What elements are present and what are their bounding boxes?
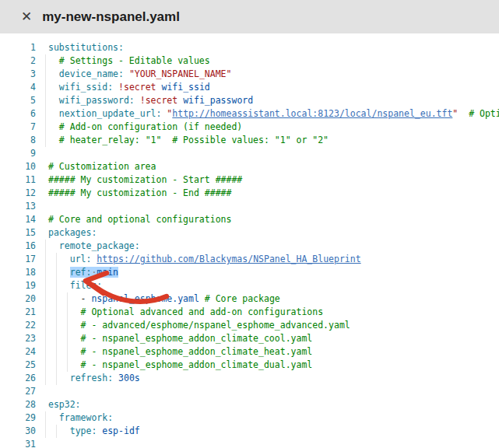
line-number: 10 bbox=[0, 160, 36, 173]
indent-guide bbox=[45, 107, 46, 121]
code-line: 28esp32: bbox=[0, 398, 499, 411]
code-line: 2 # Settings - Editable values bbox=[0, 54, 499, 68]
code-text[interactable]: refresh: 300s bbox=[48, 372, 140, 385]
code-token bbox=[48, 280, 70, 291]
code-token bbox=[458, 108, 469, 119]
code-line: 11##### My customization - Start ##### bbox=[0, 173, 499, 187]
line-number: 11 bbox=[0, 173, 36, 187]
code-line: 12##### My customization - End ##### bbox=[0, 187, 499, 200]
line-number: 20 bbox=[0, 292, 36, 306]
line-number: 26 bbox=[0, 372, 36, 385]
code-token bbox=[48, 373, 70, 383]
code-token: remote_package: bbox=[59, 240, 140, 251]
code-text[interactable]: esp32: bbox=[48, 398, 81, 411]
code-token bbox=[48, 412, 59, 423]
code-token bbox=[48, 320, 81, 331]
code-token bbox=[48, 240, 59, 251]
line-number: 8 bbox=[0, 134, 36, 147]
selected-text: main bbox=[97, 267, 118, 278]
code-text[interactable]: wifi_ssid: !secret wifi_ssid bbox=[48, 81, 210, 94]
code-token: !secret bbox=[140, 95, 177, 106]
code-line: 24 # - nspanel_esphome_addon_climate_hea… bbox=[0, 345, 499, 359]
line-number: 7 bbox=[0, 121, 36, 134]
code-token: nextion_update_url: bbox=[59, 108, 162, 119]
indent-guide bbox=[45, 134, 46, 147]
code-token: # - nspanel_esphome_addon_climate_cool.y… bbox=[81, 333, 313, 344]
code-text[interactable]: # heater_relay: "1" # Possible values: "… bbox=[48, 134, 329, 147]
code-token bbox=[48, 333, 81, 344]
code-token: # Settings - Editable values bbox=[59, 55, 210, 66]
line-number: 29 bbox=[0, 411, 36, 425]
title-bar: ✕ my-new-nspanel.yaml bbox=[0, 0, 499, 33]
code-line: 20 - nspanel_esphome.yaml # Core package bbox=[0, 292, 499, 306]
line-number: 25 bbox=[0, 359, 36, 372]
code-line: 14# Core and optional configurations bbox=[0, 213, 499, 226]
code-line: 26 refresh: 300s bbox=[0, 372, 499, 385]
indent-guide bbox=[45, 345, 46, 359]
code-text[interactable]: url: https://github.com/Blackymas/NSPane… bbox=[48, 253, 361, 266]
code-token: # Optional advanced and add-on configura… bbox=[81, 306, 324, 317]
code-token: # - nspanel_esphome_addon_climate_dual.y… bbox=[81, 359, 313, 370]
code-line: 31 bbox=[0, 438, 499, 448]
code-text[interactable]: # Add-on configuration (if needed) bbox=[48, 121, 242, 134]
code-text[interactable]: remote_package: bbox=[48, 240, 140, 253]
code-token: "YOUR_NSPANEL_NAME" bbox=[129, 68, 232, 79]
code-line: 29 framework: bbox=[0, 411, 499, 425]
code-line: 1substitutions: bbox=[0, 41, 499, 54]
code-token: esp32: bbox=[48, 399, 81, 410]
code-line: 3 device_name: "YOUR_NSPANEL_NAME" bbox=[0, 68, 499, 81]
code-text[interactable]: substitutions: bbox=[48, 41, 124, 54]
code-token: files: bbox=[70, 280, 103, 291]
code-line: 21 # Optional advanced and add-on config… bbox=[0, 306, 499, 319]
line-number: 2 bbox=[0, 54, 36, 68]
code-text[interactable]: device_name: "YOUR_NSPANEL_NAME" bbox=[48, 68, 231, 81]
code-text[interactable]: framework: bbox=[48, 411, 113, 425]
indent-guide bbox=[45, 266, 46, 279]
indent-guide bbox=[45, 279, 46, 292]
line-number: 14 bbox=[0, 213, 36, 226]
line-number: 6 bbox=[0, 107, 36, 121]
code-token bbox=[199, 293, 205, 304]
code-text[interactable]: # Optional advanced and add-on configura… bbox=[48, 306, 323, 319]
code-text[interactable]: type: esp-idf bbox=[48, 425, 140, 438]
code-token: # Optional bbox=[469, 108, 499, 119]
close-icon[interactable]: ✕ bbox=[21, 10, 32, 23]
code-line: 19 files: bbox=[0, 279, 499, 292]
code-link[interactable]: https://github.com/Blackymas/NSPanel_HA_… bbox=[97, 254, 360, 264]
code-text[interactable]: # - nspanel_esphome_addon_climate_cool.y… bbox=[48, 332, 312, 345]
code-text[interactable]: - nspanel_esphome.yaml # Core package bbox=[48, 292, 280, 306]
code-line: 6 nextion_update_url: "http://homeassist… bbox=[0, 107, 499, 121]
code-editor[interactable]: 1substitutions:2 # Settings - Editable v… bbox=[0, 33, 499, 448]
code-token: device_name: bbox=[59, 68, 124, 79]
code-text[interactable]: wifi_password: !secret wifi_password bbox=[48, 94, 253, 107]
line-number: 5 bbox=[0, 94, 36, 107]
code-token bbox=[48, 121, 59, 132]
code-line: 5 wifi_password: !secret wifi_password bbox=[0, 94, 499, 107]
code-text[interactable]: # - nspanel_esphome_addon_climate_heat.y… bbox=[48, 345, 312, 359]
code-token: - bbox=[48, 293, 91, 304]
code-line: 22 # - advanced/esphome/nspanel_esphome_… bbox=[0, 319, 499, 332]
code-text[interactable]: # Settings - Editable values bbox=[48, 54, 210, 68]
code-text[interactable]: # - advanced/esphome/nspanel_esphome_adv… bbox=[48, 319, 350, 332]
indent-guide bbox=[45, 68, 46, 81]
code-link[interactable]: http://homeassistant.local:8123/local/ns… bbox=[172, 108, 452, 119]
code-text[interactable]: ##### My customization - End ##### bbox=[48, 187, 231, 200]
code-text[interactable]: ref:·main bbox=[48, 266, 118, 279]
code-text[interactable]: # - nspanel_esphome_addon_climate_dual.y… bbox=[48, 359, 312, 372]
code-text[interactable]: # Core and optional configurations bbox=[48, 213, 231, 226]
code-token: esp-idf bbox=[102, 425, 139, 436]
line-number: 18 bbox=[0, 266, 36, 279]
indent-guide bbox=[45, 332, 46, 345]
indent-guide bbox=[45, 306, 46, 319]
code-text[interactable]: ##### My customization - Start ##### bbox=[48, 173, 242, 187]
code-token bbox=[113, 373, 118, 383]
code-token: wifi_password: bbox=[59, 95, 135, 106]
code-text[interactable]: files: bbox=[48, 279, 102, 292]
code-token: # - advanced/esphome/nspanel_esphome_adv… bbox=[81, 320, 350, 331]
indent-guide bbox=[45, 54, 46, 68]
indent-guide bbox=[45, 372, 46, 385]
code-token: packages: bbox=[48, 227, 97, 238]
code-text[interactable]: # Customization area bbox=[48, 160, 156, 173]
code-text[interactable]: nextion_update_url: "http://homeassistan… bbox=[48, 107, 499, 121]
code-text[interactable]: packages: bbox=[48, 226, 97, 240]
